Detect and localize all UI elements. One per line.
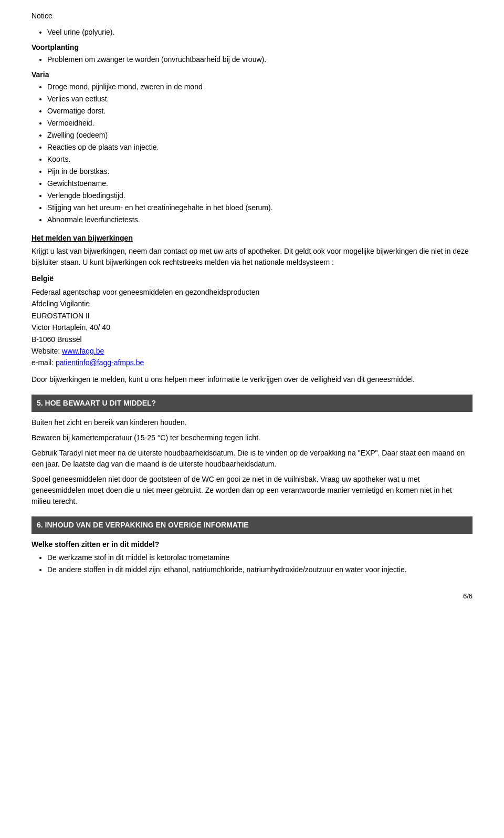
list-item: Droge mond, pijnlijke mond, zweren in de… (47, 81, 472, 92)
list-item: Overmatige dorst. (47, 106, 472, 117)
list-item: Afdeling Vigilantie (32, 298, 472, 309)
page-footer: 6/6 (32, 591, 472, 602)
page-number: 6/6 (463, 592, 472, 600)
address-block: Federaal agentschap voor geneesmiddelen … (32, 286, 472, 369)
s5-p3: Gebruik Taradyl niet meer na de uiterste… (32, 448, 472, 470)
s5-p1: Buiten het zicht en bereik van kinderen … (32, 417, 472, 428)
voortplanting-bullet: Problemen om zwanger te worden (onvrucht… (47, 54, 472, 65)
section6-header: 6. INHOUD VAN DE VERPAKKING EN OVERIGE I… (32, 516, 472, 534)
s5-p2: Bewaren bij kamertemperatuur (15-25 °C) … (32, 432, 472, 443)
s6-bullet-2: De andere stoffen in dit middel zijn: et… (47, 564, 472, 575)
list-item: EUROSTATION II (32, 310, 472, 322)
list-item: Vermoeidheid. (47, 118, 472, 129)
list-item: Stijging van het ureum- en het creatinin… (47, 202, 472, 213)
email-link[interactable]: patientinfo@fagg-afmps.be (56, 358, 144, 367)
email-line: e-mail: patientinfo@fagg-afmps.be (32, 357, 472, 368)
belgie-heading: België (32, 273, 472, 284)
website-link[interactable]: www.fagg.be (62, 347, 104, 355)
list-item: Verlengde bloedingstijd. (47, 190, 472, 201)
s6-bullets: De werkzame stof in dit middel is ketoro… (47, 552, 472, 575)
list-item: Federaal agentschap voor geneesmiddelen … (32, 286, 472, 298)
list-item: B-1060 Brussel (32, 334, 472, 345)
varia-heading: Varia (32, 69, 472, 80)
website-line: Website: www.fagg.be (32, 345, 472, 357)
list-item: Pijn in de borstkas. (47, 166, 472, 177)
list-item: Zwelling (oedeem) (47, 130, 472, 141)
s6-bullet-1: De werkzame stof in dit middel is ketoro… (47, 552, 472, 563)
list-item: Abnormale leverfunctietests. (47, 214, 472, 225)
list-item: Verlies van eetlust. (47, 94, 472, 105)
melden-heading: Het melden van bijwerkingen (32, 233, 472, 244)
list-item: Gewichtstoename. (47, 178, 472, 189)
varia-list: Droge mond, pijnlijke mond, zweren in de… (47, 81, 472, 225)
veel-urine-item: Veel urine (polyurie). (47, 27, 472, 38)
melden-paragraph-1: Krijgt u last van bijwerkingen, neem dan… (32, 246, 472, 268)
s6-q1: Welke stoffen zitten er in dit middel? (32, 539, 472, 550)
notice-label: Notice (32, 11, 472, 22)
s5-p4: Spoel geneesmiddelen niet door de gootst… (32, 474, 472, 507)
list-item: Victor Hortaplein, 40/ 40 (32, 322, 472, 333)
melden-paragraph-2: Door bijwerkingen te melden, kunt u ons … (32, 374, 472, 385)
voortplanting-heading: Voortplanting (32, 42, 472, 53)
list-item: Koorts. (47, 154, 472, 165)
section5-header: 5. HOE BEWAART U DIT MIDDEL? (32, 395, 472, 412)
list-item: Reacties op de plaats van injectie. (47, 142, 472, 153)
